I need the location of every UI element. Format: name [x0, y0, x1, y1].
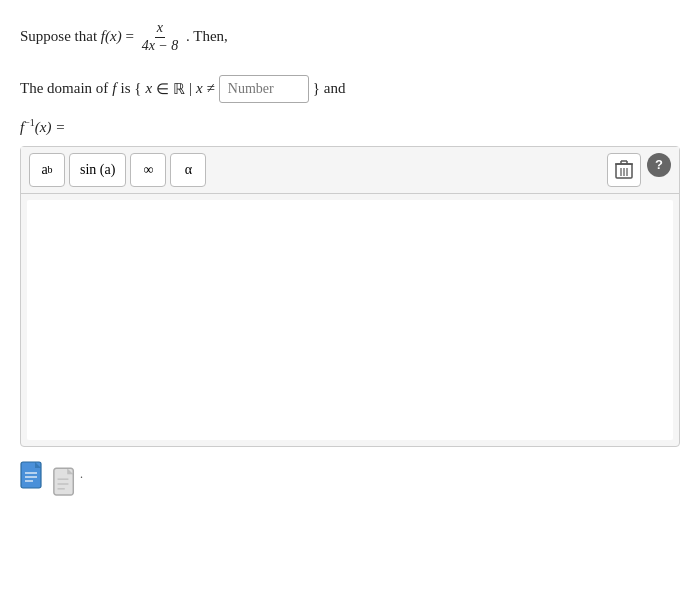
- equals-sign: =: [125, 28, 137, 44]
- inverse-superscript: −1: [24, 117, 35, 128]
- power-sup: b: [48, 164, 53, 175]
- toolbar-right: ?: [607, 153, 671, 187]
- alpha-label: α: [185, 162, 192, 178]
- domain-in-r: ∈ ℝ: [156, 80, 185, 98]
- document-icon-1: [20, 461, 48, 495]
- domain-text2: is {: [120, 80, 141, 97]
- doc1-svg: [20, 461, 48, 495]
- doc2-svg: [52, 467, 80, 501]
- domain-neq: ≠: [207, 80, 215, 97]
- domain-x1: x: [145, 80, 152, 97]
- trash-icon: [615, 160, 633, 180]
- fraction-denominator: 4x − 8: [140, 38, 181, 55]
- document-icon-2: [52, 467, 74, 495]
- help-label: ?: [655, 157, 663, 172]
- fraction: x 4x − 8: [140, 20, 181, 55]
- fraction-numerator: x: [155, 20, 165, 38]
- math-toolbar: ab sin (a) ∞ α: [21, 147, 679, 194]
- power-button[interactable]: ab: [29, 153, 65, 187]
- domain-x2: x: [196, 80, 203, 97]
- fx-label: f(x): [101, 28, 122, 44]
- intro-before: Suppose that: [20, 28, 101, 44]
- math-input-area[interactable]: [27, 200, 673, 440]
- trash-button[interactable]: [607, 153, 641, 187]
- domain-text3: } and: [313, 80, 346, 97]
- inverse-line: f−1(x) =: [20, 117, 680, 136]
- domain-line: The domain of f is { x ∈ ℝ | x ≠ } and: [20, 75, 680, 103]
- intro-after: . Then,: [186, 28, 228, 44]
- infinity-label: ∞: [143, 162, 153, 178]
- sin-button[interactable]: sin (a): [69, 153, 126, 187]
- domain-text1: The domain of: [20, 80, 108, 97]
- dot-label: .: [80, 467, 83, 482]
- domain-separator: |: [189, 80, 192, 97]
- infinity-button[interactable]: ∞: [130, 153, 166, 187]
- intro-text: Suppose that f(x) = x 4x − 8 . Then,: [20, 20, 680, 55]
- math-editor: ab sin (a) ∞ α: [20, 146, 680, 447]
- domain-f: f: [112, 80, 116, 97]
- sin-label: sin (a): [80, 162, 115, 178]
- number-input[interactable]: [219, 75, 309, 103]
- inverse-paren: (x) =: [35, 119, 66, 135]
- help-button[interactable]: ?: [647, 153, 671, 177]
- icons-row: .: [20, 461, 680, 495]
- alpha-button[interactable]: α: [170, 153, 206, 187]
